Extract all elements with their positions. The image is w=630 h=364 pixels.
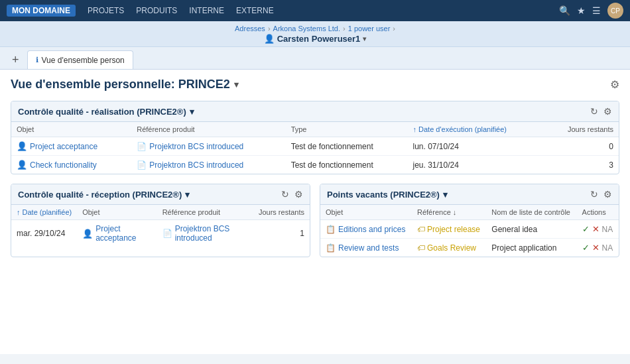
- search-icon[interactable]: 🔍: [559, 5, 570, 16]
- pv-row1-actions: ✓ ✕ NA: [577, 220, 619, 239]
- username-label[interactable]: Carsten Poweruser1: [277, 34, 361, 44]
- recep-row1-jours: 1: [253, 220, 310, 247]
- section-points-vacants: Points vacants (PRINCE2®) ▾ ↻ ⚙ Objet Ré…: [320, 184, 619, 257]
- refresh-icon-2[interactable]: ↻: [281, 189, 289, 200]
- table-row: 📋 Review and tests 🏷 Goals Review Projec…: [320, 239, 619, 257]
- section-realisation-label: Contrôle qualité - réalisation (PRINCE2®…: [18, 107, 186, 117]
- section-pv-label: Points vacants (PRINCE2®): [327, 190, 440, 200]
- refresh-icon-3[interactable]: ↻: [590, 189, 598, 200]
- section-realisation-actions: ↻ ⚙: [590, 106, 612, 117]
- nav-externe[interactable]: EXTERNE: [236, 6, 274, 15]
- project-release-link[interactable]: 🏷 Project release: [417, 225, 481, 234]
- nav-interne[interactable]: INTERNE: [189, 6, 224, 15]
- list-icon-1: 📋: [326, 225, 336, 234]
- recep-row1-date: mar. 29/10/24: [11, 220, 77, 247]
- breadcrumb-sep2: ›: [343, 25, 346, 32]
- brand-logo[interactable]: MON DOMAINE: [7, 5, 76, 17]
- top-navigation: MON DOMAINE PROJETS PRODUITS INTERNE EXT…: [0, 0, 630, 21]
- action-x-2[interactable]: ✕: [592, 243, 599, 253]
- doc-icon-3: 📄: [162, 229, 172, 238]
- breadcrumb-poweruser[interactable]: 1 power user: [348, 25, 391, 32]
- pv-row2-nom: Project application: [486, 239, 576, 257]
- col-objet-reception: Objet: [77, 205, 157, 220]
- user-avatar[interactable]: CP: [607, 3, 623, 19]
- page-title-dropdown[interactable]: ▾: [234, 80, 239, 90]
- col-pv-ref[interactable]: Référence ↓: [412, 205, 486, 220]
- star-icon[interactable]: ★: [577, 5, 586, 16]
- ref-icon-1: 🏷: [417, 225, 425, 234]
- tab-vue-ensemble[interactable]: ℹ Vue d'ensemble person: [27, 50, 133, 69]
- user-dropdown-arrow[interactable]: ▾: [363, 35, 366, 42]
- pv-actions-2: ✓ ✕ NA: [582, 243, 613, 253]
- project-acceptance-link[interactable]: 👤 Project acceptance: [17, 141, 126, 151]
- settings-icon[interactable]: ⚙: [610, 78, 619, 91]
- page-title: Vue d'ensemble personnelle: PRINCE2 ▾: [11, 78, 239, 91]
- col-objet: Objet: [11, 122, 131, 137]
- filter-icon-2[interactable]: ⚙: [294, 189, 303, 200]
- table-row: mar. 29/10/24 👤 Project acceptance 📄 Pro…: [11, 220, 310, 247]
- person-icon: 👤: [17, 141, 27, 151]
- pv-row1-objet: 📋 Editions and prices: [320, 220, 412, 239]
- breadcrumb: Adresses › Arkona Systems Ltd. › 1 power…: [235, 25, 395, 32]
- person-icon-3: 👤: [82, 229, 93, 239]
- table-row: 👤 Project acceptance 📄 Projektron BCS in…: [11, 137, 619, 156]
- section-realisation: Contrôle qualité - réalisation (PRINCE2®…: [11, 101, 619, 174]
- pv-ref-sort: ↓: [451, 208, 457, 216]
- refresh-icon[interactable]: ↻: [590, 106, 598, 117]
- user-row: 👤 Carsten Poweruser1 ▾: [264, 34, 367, 44]
- nav-items: PROJETS PRODUITS INTERNE EXTERNE: [88, 6, 547, 15]
- bcs-link-2[interactable]: 📄 Projektron BCS introduced: [137, 160, 280, 170]
- pv-row2-objet: 📋 Review and tests: [320, 239, 412, 257]
- editions-prices-link[interactable]: 📋 Editions and prices: [326, 225, 407, 234]
- section-reception-title: Contrôle qualité - réception (PRINCE2®) …: [18, 190, 190, 200]
- filter-icon[interactable]: ⚙: [603, 106, 612, 117]
- recep-project-acceptance-link[interactable]: 👤 Project acceptance: [82, 224, 151, 243]
- lower-sections: Contrôle qualité - réception (PRINCE2®) …: [11, 184, 619, 267]
- table-row: 👤 Check functionality 📄 Projektron BCS i…: [11, 156, 619, 174]
- user-icon: 👤: [264, 34, 275, 44]
- action-check-1[interactable]: ✓: [582, 224, 590, 234]
- goals-review-link[interactable]: 🏷 Goals Review: [417, 243, 481, 253]
- pv-row1-nom: General idea: [486, 220, 576, 239]
- pv-row1-ref: 🏷 Project release: [412, 220, 486, 239]
- action-check-2[interactable]: ✓: [582, 243, 590, 253]
- row2-date: jeu. 31/10/24: [408, 156, 545, 174]
- section-pv-dropdown[interactable]: ▾: [443, 190, 448, 200]
- add-tab-button[interactable]: +: [7, 50, 25, 69]
- action-na-2[interactable]: NA: [602, 243, 613, 253]
- breadcrumb-company[interactable]: Arkona Systems Ltd.: [273, 25, 341, 32]
- bcs-link-3[interactable]: 📄 Projektron BCS introduced: [162, 224, 248, 243]
- section-pv-table: Objet Référence ↓ Nom de liste de contrô…: [320, 205, 619, 257]
- section-pv-header: Points vacants (PRINCE2®) ▾ ↻ ⚙: [320, 184, 619, 205]
- breadcrumb-sep1: ›: [268, 25, 271, 32]
- breadcrumb-adresses[interactable]: Adresses: [235, 25, 265, 32]
- menu-icon[interactable]: ☰: [592, 5, 601, 16]
- section-pv-actions: ↻ ⚙: [590, 189, 612, 200]
- row2-objet: 👤 Check functionality: [11, 156, 131, 174]
- section-realisation-table: Objet Référence produit Type ↑ Date d'ex…: [11, 122, 619, 174]
- nav-projets[interactable]: PROJETS: [88, 6, 124, 15]
- col-date[interactable]: ↑ Date d'exécution (planifiée): [408, 122, 545, 137]
- section-realisation-dropdown[interactable]: ▾: [190, 107, 194, 117]
- action-x-1[interactable]: ✕: [592, 224, 599, 234]
- breadcrumb-sep3: ›: [393, 25, 395, 32]
- col-reference: Référence produit: [131, 122, 285, 137]
- row1-date: lun. 07/10/24: [408, 137, 545, 156]
- col-ref-reception: Référence produit: [157, 205, 253, 220]
- section-reception-table: ↑ Date (planifiée) Objet Référence produ…: [11, 205, 310, 247]
- section-realisation-title: Contrôle qualité - réalisation (PRINCE2®…: [18, 107, 194, 117]
- ref-icon-2: 🏷: [417, 243, 425, 253]
- bcs-link-1[interactable]: 📄 Projektron BCS introduced: [137, 142, 280, 151]
- row1-objet: 👤 Project acceptance: [11, 137, 131, 156]
- table-row: 📋 Editions and prices 🏷 Project release …: [320, 220, 619, 239]
- section-reception-dropdown[interactable]: ▾: [185, 190, 190, 200]
- filter-icon-3[interactable]: ⚙: [603, 189, 612, 200]
- review-tests-link[interactable]: 📋 Review and tests: [326, 243, 407, 253]
- check-functionality-link[interactable]: 👤 Check functionality: [17, 160, 126, 170]
- row1-type: Test de fonctionnement: [286, 137, 408, 156]
- row2-type: Test de fonctionnement: [286, 156, 408, 174]
- row1-ref: 📄 Projektron BCS introduced: [131, 137, 285, 156]
- col-date-reception[interactable]: ↑ Date (planifiée): [11, 205, 77, 220]
- nav-produits[interactable]: PRODUITS: [136, 6, 177, 15]
- action-na-1[interactable]: NA: [602, 225, 613, 234]
